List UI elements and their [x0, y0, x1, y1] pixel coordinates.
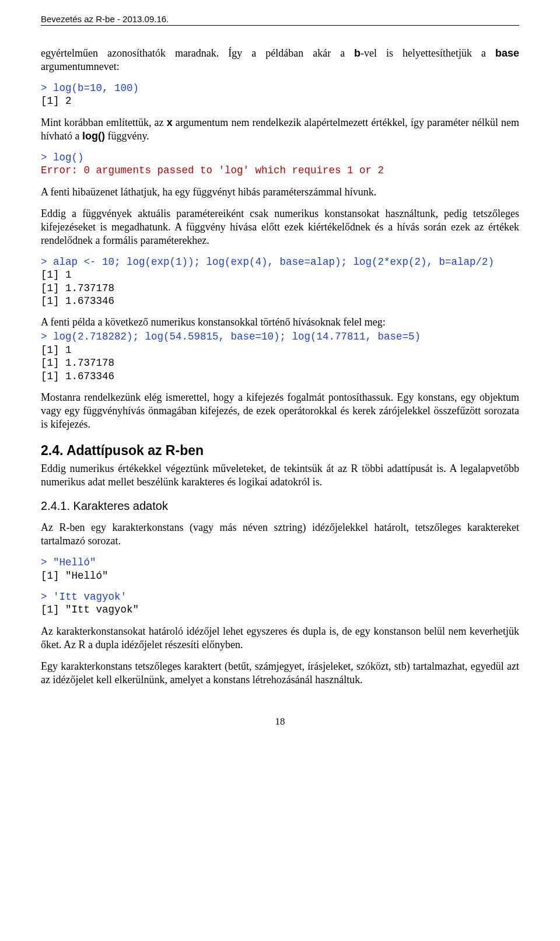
code-block-4: > log(2.718282); log(54.59815, base=10);…: [41, 330, 519, 383]
code-output: [1] 1.673346: [41, 295, 114, 307]
page-number: 18: [41, 716, 519, 727]
text: függvény.: [105, 130, 149, 142]
paragraph-x-arg: Mint korábban említettük, az x argumentu…: [41, 116, 519, 143]
inline-code-b: b: [354, 47, 360, 59]
code-output: [1] 1.737178: [41, 357, 114, 369]
code-output: [1] 1: [41, 269, 72, 281]
code-block-6: > 'Itt vagyok' [1] "Itt vagyok": [41, 590, 519, 617]
code-prompt: > 'Itt vagyok': [41, 591, 127, 603]
code-block-3: > alap <- 10; log(exp(1)); log(exp(4), b…: [41, 256, 519, 308]
code-block-5: > "Helló" [1] "Helló": [41, 556, 519, 582]
paragraph-intro: egyértelműen azonosíthatók maradnak. Így…: [41, 47, 519, 74]
page-root: Bevezetés az R-be - 2013.09.16. egyértel…: [0, 0, 560, 751]
code-prompt: > log(2.718282); log(54.59815, base=10);…: [41, 331, 421, 342]
code-output: [1] "Itt vagyok": [41, 604, 139, 615]
code-output: [1] "Helló": [41, 570, 108, 582]
paragraph-quotes: Az karakterkonstansokat határoló idézője…: [41, 625, 519, 652]
paragraph-exprs: Eddig a függvények aktuális paramétereik…: [41, 207, 519, 247]
text: egyértelműen azonosíthatók maradnak. Így…: [41, 47, 354, 59]
inline-code-base: base: [495, 47, 519, 59]
code-prompt: > alap <- 10; log(exp(1)); log(exp(4), b…: [41, 256, 494, 268]
text: -vel is helyettesíthetjük a: [360, 47, 495, 59]
paragraph-datatypes: Eddig numerikus értékekkel végeztünk műv…: [41, 462, 519, 489]
paragraph-error-note: A fenti hibaüzenet láthatjuk, ha egy füg…: [41, 186, 519, 199]
code-output: [1] 2: [41, 95, 72, 107]
code-error: Error: 0 arguments passed to 'log' which…: [41, 165, 384, 176]
paragraph-char-any: Egy karakterkonstans tetszőleges karakte…: [41, 660, 519, 687]
code-prompt: > "Helló": [41, 557, 96, 568]
code-output: [1] 1.673346: [41, 370, 114, 382]
code-output: [1] 1: [41, 344, 72, 356]
code-block-1: > log(b=10, 100) [1] 2: [41, 82, 519, 108]
heading-2-4-1: 2.4.1. Karakteres adatok: [41, 499, 519, 513]
inline-code-x: x: [167, 117, 173, 128]
paragraph-expression-def: Mostanra rendelkezünk elég ismerettel, h…: [41, 391, 519, 431]
inline-code-log: log(): [82, 130, 105, 142]
code-prompt: > log(b=10, 100): [41, 82, 139, 94]
heading-2-4: 2.4. Adattípusok az R-ben: [41, 443, 519, 459]
page-header: Bevezetés az R-be - 2013.09.16.: [41, 14, 519, 26]
paragraph-char: Az R-ben egy karakterkonstans (vagy más …: [41, 521, 519, 548]
code-output: [1] 1.737178: [41, 282, 114, 294]
code-block-2: > log() Error: 0 arguments passed to 'lo…: [41, 151, 519, 177]
code-prompt: > log(): [41, 152, 84, 163]
text: Mint korábban említettük, az: [41, 117, 167, 128]
paragraph-constants: A fenti példa a következő numerikus kons…: [41, 316, 519, 329]
text: argumentumnevet:: [41, 61, 120, 72]
